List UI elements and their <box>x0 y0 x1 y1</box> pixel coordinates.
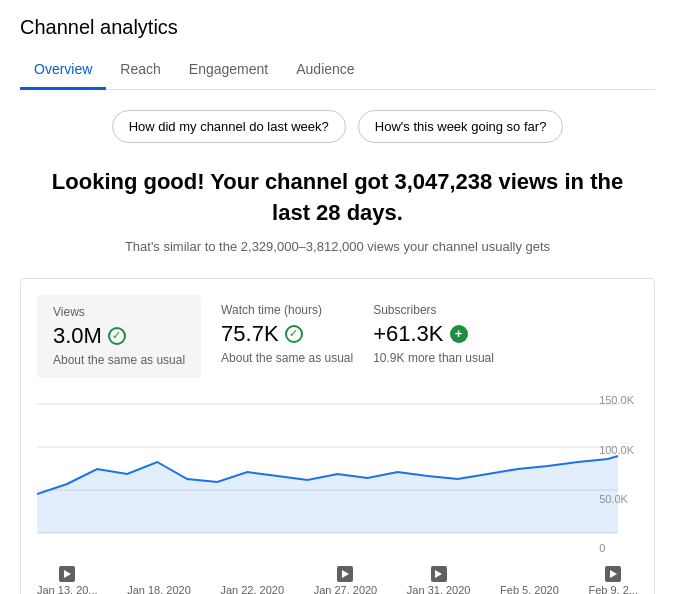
quick-link-last-week[interactable]: How did my channel do last week? <box>112 110 346 143</box>
stat-subscribers: Subscribers +61.3K + 10.9K more than usu… <box>373 295 514 379</box>
video-marker-jan27 <box>337 566 353 582</box>
video-marker-feb9 <box>605 566 621 582</box>
tab-reach[interactable]: Reach <box>106 51 174 90</box>
x-label-jan31: Jan 31, 2020 <box>407 566 471 594</box>
stat-watchtime-value-row: 75.7K ✓ <box>221 321 353 347</box>
stat-views-check-icon: ✓ <box>108 327 126 345</box>
video-marker-jan31 <box>431 566 447 582</box>
chart-x-labels: Jan 13, 20... Jan 18, 2020 Jan 22, 2020 … <box>37 562 638 594</box>
x-date-jan31: Jan 31, 2020 <box>407 584 471 594</box>
stat-subscribers-desc: 10.9K more than usual <box>373 351 494 367</box>
x-date-feb5: Feb 5, 2020 <box>500 584 559 594</box>
stat-views-desc: About the same as usual <box>53 353 185 369</box>
quick-links: How did my channel do last week? How's t… <box>20 110 655 143</box>
tab-audience[interactable]: Audience <box>282 51 368 90</box>
stat-watchtime-value: 75.7K <box>221 321 279 347</box>
tabs-nav: Overview Reach Engagement Audience <box>20 51 655 90</box>
stat-views-label: Views <box>53 305 185 319</box>
stat-watchtime-label: Watch time (hours) <box>221 303 353 317</box>
y-label-50k: 50.0K <box>599 493 634 505</box>
chart-svg <box>37 394 638 554</box>
x-date-jan22: Jan 22, 2020 <box>220 584 284 594</box>
stat-views: Views 3.0M ✓ About the same as usual <box>37 295 201 379</box>
stat-subscribers-label: Subscribers <box>373 303 494 317</box>
chart-y-labels: 150.0K 100.0K 50.0K 0 <box>595 394 638 554</box>
y-label-150k: 150.0K <box>599 394 634 406</box>
subheadline: That's similar to the 2,329,000–3,812,00… <box>20 239 655 254</box>
stat-views-value-row: 3.0M ✓ <box>53 323 185 349</box>
quick-link-this-week[interactable]: How's this week going so far? <box>358 110 564 143</box>
tab-overview[interactable]: Overview <box>20 51 106 90</box>
stats-row: Views 3.0M ✓ About the same as usual Wat… <box>37 295 638 379</box>
tab-engagement[interactable]: Engagement <box>175 51 282 90</box>
stat-views-value: 3.0M <box>53 323 102 349</box>
chart-area: 150.0K 100.0K 50.0K 0 <box>37 394 638 554</box>
x-date-jan18: Jan 18, 2020 <box>127 584 191 594</box>
stat-subscribers-plus-icon: + <box>450 325 468 343</box>
x-label-feb5: Feb 5, 2020 <box>500 566 559 594</box>
stat-watchtime-desc: About the same as usual <box>221 351 353 367</box>
stat-subscribers-value: +61.3K <box>373 321 443 347</box>
x-date-jan13: Jan 13, 20... <box>37 584 98 594</box>
x-label-jan13: Jan 13, 20... <box>37 566 98 594</box>
stat-watchtime: Watch time (hours) 75.7K ✓ About the sam… <box>221 295 373 379</box>
y-label-0: 0 <box>599 542 634 554</box>
y-label-100k: 100.0K <box>599 444 634 456</box>
x-date-jan27: Jan 27, 2020 <box>314 584 378 594</box>
headline: Looking good! Your channel got 3,047,238… <box>48 167 628 229</box>
x-label-feb9: Feb 9, 2... <box>588 566 638 594</box>
x-date-feb9: Feb 9, 2... <box>588 584 638 594</box>
stats-chart-card: Views 3.0M ✓ About the same as usual Wat… <box>20 278 655 594</box>
x-label-jan18: Jan 18, 2020 <box>127 566 191 594</box>
page-container: Channel analytics Overview Reach Engagem… <box>0 0 675 594</box>
page-title: Channel analytics <box>20 16 655 39</box>
video-marker-jan13 <box>59 566 75 582</box>
x-label-jan22: Jan 22, 2020 <box>220 566 284 594</box>
stat-watchtime-check-icon: ✓ <box>285 325 303 343</box>
x-label-jan27: Jan 27, 2020 <box>314 566 378 594</box>
stat-subscribers-value-row: +61.3K + <box>373 321 494 347</box>
